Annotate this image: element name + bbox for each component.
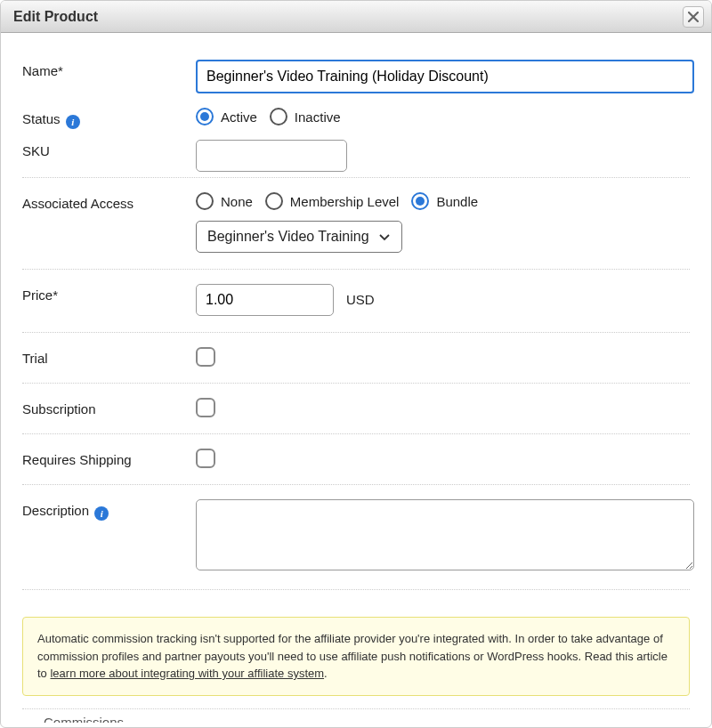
row-shipping: Requires Shipping <box>22 440 690 485</box>
bundle-select[interactable]: Beginner's Video Training <box>196 221 402 253</box>
status-active-label: Active <box>221 109 257 125</box>
row-price: Price* USD <box>22 275 690 333</box>
subscription-checkbox[interactable] <box>196 398 215 417</box>
access-membership-label: Membership Level <box>290 194 400 209</box>
dialog-content: Name* Status i Active <box>1 33 711 604</box>
price-label: Price* <box>22 284 196 303</box>
row-subscription: Subscription <box>22 389 690 434</box>
price-input[interactable] <box>196 284 334 316</box>
sku-input[interactable] <box>196 140 347 172</box>
notice-link[interactable]: learn more about integrating with your a… <box>50 667 324 680</box>
info-icon[interactable]: i <box>66 115 80 129</box>
subscription-label: Subscription <box>22 398 196 417</box>
price-currency: USD <box>346 292 375 307</box>
name-input[interactable] <box>196 60 694 93</box>
status-inactive-label: Inactive <box>295 109 341 125</box>
row-name: Name* <box>22 51 690 102</box>
status-radio-inactive[interactable]: Inactive <box>270 108 341 125</box>
trial-label: Trial <box>22 347 196 366</box>
row-status: Status i Active Inactive <box>22 102 690 134</box>
access-radio-bundle[interactable]: Bundle <box>411 192 478 210</box>
row-access: Associated Access None Membership Level … <box>22 183 690 270</box>
close-icon <box>688 12 699 22</box>
shipping-checkbox[interactable] <box>196 449 215 468</box>
description-textarea[interactable] <box>196 499 694 570</box>
row-sku: SKU <box>22 134 690 178</box>
bundle-select-value: Beginner's Video Training <box>207 229 369 245</box>
chevron-down-icon <box>378 231 391 243</box>
access-label: Associated Access <box>22 192 196 211</box>
close-button[interactable] <box>683 6 704 28</box>
shipping-label: Requires Shipping <box>22 449 196 467</box>
commissions-label: Commissions <box>22 708 690 723</box>
access-none-label: None <box>221 194 253 209</box>
dialog-title: Edit Product <box>13 9 98 25</box>
access-bundle-label: Bundle <box>436 194 478 209</box>
sku-label: SKU <box>22 140 196 158</box>
notice-text-after: . <box>324 667 328 680</box>
description-label: Description <box>22 503 89 518</box>
status-radio-active[interactable]: Active <box>196 108 257 125</box>
dialog-titlebar: Edit Product <box>1 1 711 33</box>
access-radio-none[interactable]: None <box>196 192 253 210</box>
trial-checkbox[interactable] <box>196 347 215 367</box>
access-radio-membership[interactable]: Membership Level <box>265 192 400 210</box>
status-label: Status <box>22 111 61 126</box>
affiliate-notice: Automatic commission tracking isn't supp… <box>22 617 690 696</box>
row-description: Description i <box>22 490 690 590</box>
edit-product-dialog: Edit Product Name* Status i <box>0 0 712 728</box>
name-label: Name* <box>22 60 196 78</box>
row-trial: Trial <box>22 338 690 384</box>
info-icon[interactable]: i <box>94 506 109 521</box>
